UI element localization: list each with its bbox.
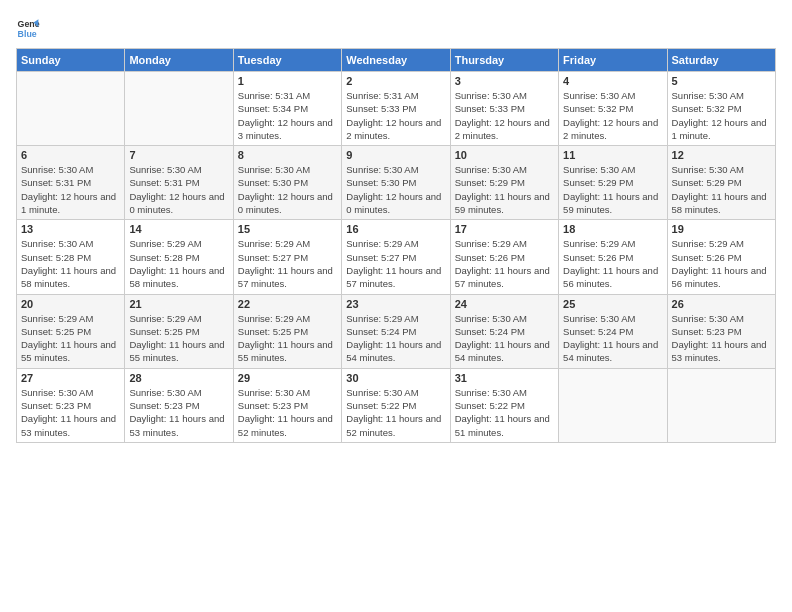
day-number: 29 [238,372,337,384]
calendar-cell: 26Sunrise: 5:30 AM Sunset: 5:23 PM Dayli… [667,294,775,368]
day-info: Sunrise: 5:30 AM Sunset: 5:32 PM Dayligh… [672,89,771,142]
calendar-cell: 21Sunrise: 5:29 AM Sunset: 5:25 PM Dayli… [125,294,233,368]
calendar-cell: 25Sunrise: 5:30 AM Sunset: 5:24 PM Dayli… [559,294,667,368]
header-wednesday: Wednesday [342,49,450,72]
calendar-cell: 1Sunrise: 5:31 AM Sunset: 5:34 PM Daylig… [233,72,341,146]
day-number: 9 [346,149,445,161]
calendar-cell: 16Sunrise: 5:29 AM Sunset: 5:27 PM Dayli… [342,220,450,294]
day-info: Sunrise: 5:30 AM Sunset: 5:24 PM Dayligh… [455,312,554,365]
calendar-week-2: 6Sunrise: 5:30 AM Sunset: 5:31 PM Daylig… [17,146,776,220]
calendar-cell: 30Sunrise: 5:30 AM Sunset: 5:22 PM Dayli… [342,368,450,442]
day-number: 15 [238,223,337,235]
day-number: 31 [455,372,554,384]
day-info: Sunrise: 5:30 AM Sunset: 5:31 PM Dayligh… [21,163,120,216]
logo-icon: General Blue [16,16,40,40]
day-number: 8 [238,149,337,161]
day-number: 12 [672,149,771,161]
day-info: Sunrise: 5:30 AM Sunset: 5:22 PM Dayligh… [455,386,554,439]
calendar-cell [17,72,125,146]
calendar-cell: 12Sunrise: 5:30 AM Sunset: 5:29 PM Dayli… [667,146,775,220]
day-number: 19 [672,223,771,235]
day-info: Sunrise: 5:29 AM Sunset: 5:27 PM Dayligh… [238,237,337,290]
day-number: 30 [346,372,445,384]
calendar-cell: 20Sunrise: 5:29 AM Sunset: 5:25 PM Dayli… [17,294,125,368]
day-number: 7 [129,149,228,161]
day-info: Sunrise: 5:29 AM Sunset: 5:27 PM Dayligh… [346,237,445,290]
day-info: Sunrise: 5:30 AM Sunset: 5:29 PM Dayligh… [455,163,554,216]
day-info: Sunrise: 5:30 AM Sunset: 5:30 PM Dayligh… [346,163,445,216]
day-info: Sunrise: 5:30 AM Sunset: 5:23 PM Dayligh… [129,386,228,439]
day-info: Sunrise: 5:29 AM Sunset: 5:25 PM Dayligh… [21,312,120,365]
day-number: 20 [21,298,120,310]
day-number: 28 [129,372,228,384]
calendar-cell: 11Sunrise: 5:30 AM Sunset: 5:29 PM Dayli… [559,146,667,220]
calendar-cell: 6Sunrise: 5:30 AM Sunset: 5:31 PM Daylig… [17,146,125,220]
day-number: 14 [129,223,228,235]
day-info: Sunrise: 5:31 AM Sunset: 5:34 PM Dayligh… [238,89,337,142]
calendar-cell: 9Sunrise: 5:30 AM Sunset: 5:30 PM Daylig… [342,146,450,220]
calendar-week-5: 27Sunrise: 5:30 AM Sunset: 5:23 PM Dayli… [17,368,776,442]
calendar-cell: 5Sunrise: 5:30 AM Sunset: 5:32 PM Daylig… [667,72,775,146]
calendar-cell [125,72,233,146]
day-number: 24 [455,298,554,310]
day-info: Sunrise: 5:29 AM Sunset: 5:26 PM Dayligh… [455,237,554,290]
day-number: 4 [563,75,662,87]
header-sunday: Sunday [17,49,125,72]
day-number: 22 [238,298,337,310]
day-info: Sunrise: 5:30 AM Sunset: 5:33 PM Dayligh… [455,89,554,142]
day-info: Sunrise: 5:30 AM Sunset: 5:23 PM Dayligh… [238,386,337,439]
calendar-cell: 14Sunrise: 5:29 AM Sunset: 5:28 PM Dayli… [125,220,233,294]
calendar-cell: 3Sunrise: 5:30 AM Sunset: 5:33 PM Daylig… [450,72,558,146]
day-info: Sunrise: 5:31 AM Sunset: 5:33 PM Dayligh… [346,89,445,142]
header-friday: Friday [559,49,667,72]
calendar-cell: 13Sunrise: 5:30 AM Sunset: 5:28 PM Dayli… [17,220,125,294]
header-tuesday: Tuesday [233,49,341,72]
day-number: 18 [563,223,662,235]
day-info: Sunrise: 5:30 AM Sunset: 5:29 PM Dayligh… [672,163,771,216]
day-info: Sunrise: 5:30 AM Sunset: 5:31 PM Dayligh… [129,163,228,216]
day-info: Sunrise: 5:30 AM Sunset: 5:30 PM Dayligh… [238,163,337,216]
page-header: General Blue [16,16,776,40]
calendar-cell [559,368,667,442]
calendar-cell: 23Sunrise: 5:29 AM Sunset: 5:24 PM Dayli… [342,294,450,368]
calendar-table: SundayMondayTuesdayWednesdayThursdayFrid… [16,48,776,443]
day-number: 11 [563,149,662,161]
day-info: Sunrise: 5:30 AM Sunset: 5:23 PM Dayligh… [21,386,120,439]
day-info: Sunrise: 5:29 AM Sunset: 5:24 PM Dayligh… [346,312,445,365]
day-number: 10 [455,149,554,161]
day-info: Sunrise: 5:30 AM Sunset: 5:24 PM Dayligh… [563,312,662,365]
day-info: Sunrise: 5:29 AM Sunset: 5:26 PM Dayligh… [672,237,771,290]
day-number: 3 [455,75,554,87]
day-info: Sunrise: 5:29 AM Sunset: 5:25 PM Dayligh… [238,312,337,365]
calendar-header-row: SundayMondayTuesdayWednesdayThursdayFrid… [17,49,776,72]
calendar-week-1: 1Sunrise: 5:31 AM Sunset: 5:34 PM Daylig… [17,72,776,146]
calendar-cell: 31Sunrise: 5:30 AM Sunset: 5:22 PM Dayli… [450,368,558,442]
calendar-cell: 19Sunrise: 5:29 AM Sunset: 5:26 PM Dayli… [667,220,775,294]
calendar-week-4: 20Sunrise: 5:29 AM Sunset: 5:25 PM Dayli… [17,294,776,368]
day-number: 25 [563,298,662,310]
calendar-cell: 7Sunrise: 5:30 AM Sunset: 5:31 PM Daylig… [125,146,233,220]
calendar-cell: 28Sunrise: 5:30 AM Sunset: 5:23 PM Dayli… [125,368,233,442]
day-number: 5 [672,75,771,87]
day-number: 26 [672,298,771,310]
calendar-cell: 18Sunrise: 5:29 AM Sunset: 5:26 PM Dayli… [559,220,667,294]
svg-text:Blue: Blue [18,29,37,39]
calendar-cell: 17Sunrise: 5:29 AM Sunset: 5:26 PM Dayli… [450,220,558,294]
calendar-cell: 24Sunrise: 5:30 AM Sunset: 5:24 PM Dayli… [450,294,558,368]
calendar-cell: 29Sunrise: 5:30 AM Sunset: 5:23 PM Dayli… [233,368,341,442]
calendar-cell: 10Sunrise: 5:30 AM Sunset: 5:29 PM Dayli… [450,146,558,220]
day-number: 2 [346,75,445,87]
day-info: Sunrise: 5:30 AM Sunset: 5:28 PM Dayligh… [21,237,120,290]
day-number: 6 [21,149,120,161]
calendar-cell: 27Sunrise: 5:30 AM Sunset: 5:23 PM Dayli… [17,368,125,442]
day-number: 23 [346,298,445,310]
day-number: 17 [455,223,554,235]
logo: General Blue [16,16,44,40]
day-info: Sunrise: 5:29 AM Sunset: 5:26 PM Dayligh… [563,237,662,290]
day-number: 21 [129,298,228,310]
day-info: Sunrise: 5:29 AM Sunset: 5:28 PM Dayligh… [129,237,228,290]
day-number: 27 [21,372,120,384]
day-info: Sunrise: 5:30 AM Sunset: 5:22 PM Dayligh… [346,386,445,439]
calendar-cell: 4Sunrise: 5:30 AM Sunset: 5:32 PM Daylig… [559,72,667,146]
calendar-cell: 2Sunrise: 5:31 AM Sunset: 5:33 PM Daylig… [342,72,450,146]
